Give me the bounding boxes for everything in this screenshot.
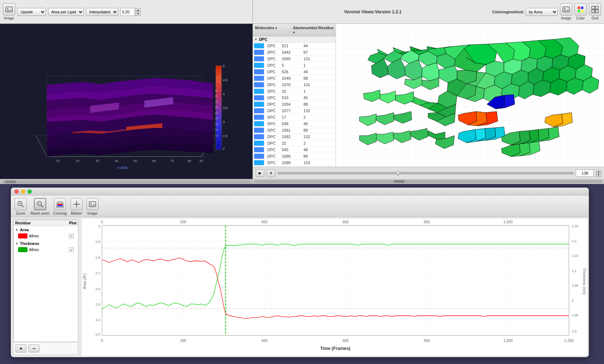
table-row[interactable]: DPC 538 45 [253,120,336,127]
svg-text:1,95: 1,95 [572,313,578,317]
svg-text:800: 800 [424,220,430,224]
svg-text:1,000: 1,000 [504,220,513,224]
left-scrollbar[interactable] [0,179,253,184]
frame-stepper[interactable]: ▲ ▼ [596,170,601,177]
svg-text:2,05: 2,05 [572,284,578,288]
molecules-col-header[interactable]: Molecules [253,25,291,35]
table-body: ▼ DPC DPC 521 44 DPC 1042 87 [253,36,336,167]
close-button[interactable] [14,189,19,194]
thickness-allres-item: Allres ✓ [15,246,77,253]
stepper-up[interactable]: ▲ [135,8,141,12]
chart-area: 0 200 400 600 800 1,000 [80,217,589,357]
table-row[interactable]: DPC 1042 87 [253,49,336,56]
residue-num: 132 [301,134,312,139]
atomnumber-col-header[interactable]: Atomnumber [291,25,316,35]
minimize-button[interactable] [21,189,25,194]
timeline-track[interactable] [277,172,574,174]
zoom-button[interactable]: Zoom [14,198,27,215]
play-button[interactable]: ▶ [256,169,264,177]
svg-text:Time (Frames): Time (Frames) [320,346,350,351]
svg-text:3.5: 3.5 [223,106,228,110]
table-row[interactable]: DPC 533 45 [253,95,336,101]
coloring-method-select[interactable]: by Area by Residue by Molecule [526,8,558,16]
table-row[interactable]: DPC 1565 131 [253,56,336,62]
thickness-group-header[interactable]: ▼ Thickness [15,241,77,246]
group-collapse-arrow[interactable]: ▼ [254,38,258,41]
bottom-section: Zoom Reset zoom [0,184,604,364]
remove-button[interactable]: − [29,345,39,352]
table-row[interactable]: DPC 521 44 [253,43,336,49]
coloring-button[interactable]: Coloring [53,198,66,215]
atom-number: 1054 [280,102,301,107]
svg-text:200: 200 [180,220,186,224]
mol-name: DPC [265,95,280,100]
table-row[interactable]: DPC 10 1 [253,88,336,95]
svg-text:20: 20 [76,159,79,163]
residue-col-header[interactable]: Residue [316,25,334,35]
table-row[interactable]: DPC 1577 132 [253,108,336,114]
table-header: Molecules Atomnumber Residue [253,24,336,36]
residue-num: 132 [301,108,312,113]
window-titlebar [11,188,589,196]
molecule-badge [254,141,264,146]
stepper-down[interactable]: ▼ [135,12,141,16]
color-btn[interactable]: Color [574,3,587,20]
thickness-collapse-arrow[interactable]: ▼ [15,242,18,245]
pause-button[interactable]: ⏸ [267,169,275,177]
add-button[interactable]: + [16,345,26,352]
area-collapse-arrow[interactable]: ▼ [15,228,18,232]
table-row[interactable]: DPC 545 46 [253,146,336,153]
molecule-badge [254,95,264,100]
table-row[interactable]: DPC 1570 131 [253,82,336,88]
area-allres-checkbox[interactable]: ✓ [69,234,74,238]
table-row[interactable]: DPC 1061 89 [253,127,336,133]
residue-num: 45 [301,95,310,100]
table-row[interactable]: DPC 17 2 [253,114,336,120]
resolution-input[interactable] [120,8,135,16]
svg-text:x-axis: x-axis [117,165,128,170]
thickness-allres-checkbox[interactable]: ✓ [69,247,74,252]
view-select[interactable]: Upside Downside [17,8,46,16]
frame-down[interactable]: ▼ [596,173,601,177]
frame-up[interactable]: ▲ [596,170,601,173]
dpc-group-header[interactable]: ▼ DPC [253,36,336,43]
data-select[interactable]: Area per Lipid Thickness Order [48,8,84,16]
table-row[interactable]: DPC 1589 133 [253,159,336,166]
svg-text:400: 400 [261,220,267,224]
table-row[interactable]: DPC 1582 132 [253,133,336,140]
table-row[interactable]: DPC 1054 88 [253,101,336,108]
grid-btn[interactable]: Grid [589,3,601,20]
frame-input[interactable] [576,170,594,177]
table-row[interactable]: DPC 5 1 [253,62,336,69]
svg-rect-53 [592,10,595,13]
mol-name: DPC [265,154,280,159]
image-button-group[interactable]: Image [3,3,15,20]
table-row[interactable]: DPC 22 2 [253,140,336,146]
right-scrollbar[interactable] [253,179,604,184]
table-row[interactable]: DPC 526 44 [253,69,336,75]
bottom-toolbar: Zoom Reset zoom [11,196,589,217]
svg-line-149 [41,205,43,207]
thickness-allres-label: Allres [29,247,39,252]
area-group-header[interactable]: ▼ Area [15,227,77,233]
maximize-button[interactable] [27,189,32,194]
svg-line-145 [22,205,24,207]
table-row[interactable]: DPC 1066 89 [253,153,336,159]
render-select[interactable]: Interpolated Grid Points [86,8,118,16]
atom-number: 22 [280,141,301,146]
molecule-badge [254,128,264,133]
marker-button[interactable]: Marker [70,198,83,215]
residue-num: 45 [301,121,310,126]
image-label-bottom: Image [87,211,98,215]
3d-plot-area: 5 4.5 4 3.5 3 2.5 2 10 20 [0,24,253,179]
table-row[interactable]: DPC 1049 88 [253,75,336,82]
timeline-thumb[interactable] [396,171,400,175]
svg-text:2,15: 2,15 [572,254,578,258]
reset-zoom-button[interactable]: Reset zoom [30,198,49,215]
image-icon-button[interactable] [3,3,15,16]
image-button-bottom[interactable]: Image [86,198,99,215]
bottom-content: Residue Plot ▼ Area Allres ✓ [11,217,589,357]
residue-num: 88 [301,76,310,81]
image-btn-right[interactable]: Image [560,3,572,20]
svg-text:60: 60 [215,106,219,109]
